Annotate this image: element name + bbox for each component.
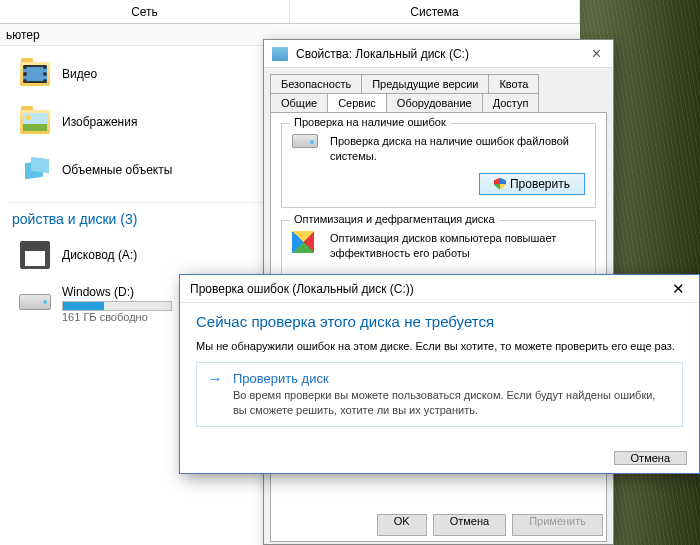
drive-label: Windows (D:) — [62, 285, 172, 299]
folder-label: Изображения — [62, 115, 137, 129]
drive-label: Дисковод (A:) — [62, 248, 137, 262]
close-icon[interactable]: × — [588, 45, 605, 63]
drive-icon — [272, 47, 288, 61]
error-check-dialog: Проверка ошибок (Локальный диск (C:)) ✕ … — [179, 274, 700, 474]
dialog-buttons: OK Отмена Применить — [377, 514, 603, 536]
arrow-icon: → — [207, 371, 223, 418]
3d-objects-icon — [21, 158, 49, 182]
optimize-group: Оптимизация и дефрагментация диска Оптим… — [281, 220, 596, 275]
folder-label: Видео — [62, 67, 97, 81]
close-icon[interactable]: ✕ — [668, 280, 689, 298]
group-title: Оптимизация и дефрагментация диска — [290, 213, 499, 225]
shield-icon — [494, 178, 506, 190]
check-title: Проверка ошибок (Локальный диск (C:)) — [190, 282, 414, 296]
tab-previous-versions[interactable]: Предыдущие версии — [361, 74, 489, 93]
check-titlebar[interactable]: Проверка ошибок (Локальный диск (C:)) ✕ — [180, 275, 699, 303]
drive-usage-bar — [62, 301, 172, 311]
group-text: Проверка диска на наличие ошибок файлово… — [330, 134, 585, 165]
tab-quota[interactable]: Квота — [488, 74, 539, 93]
scan-drive-option[interactable]: → Проверить диск Во время проверки вы мо… — [196, 362, 683, 427]
check-button[interactable]: Проверить — [479, 173, 585, 195]
ok-button[interactable]: OK — [377, 514, 427, 536]
cancel-button[interactable]: Отмена — [614, 451, 687, 465]
tab-general[interactable]: Общие — [270, 93, 328, 112]
drive-free-space: 161 ГБ свободно — [62, 311, 172, 323]
folder-label: Объемные объекты — [62, 163, 172, 177]
tab-row-2: Общие Сервис Оборудование Доступ — [264, 93, 613, 112]
hdd-icon — [292, 134, 318, 148]
tab-security[interactable]: Безопасность — [270, 74, 362, 93]
group-text: Оптимизация дисков компьютера повышает э… — [330, 231, 585, 262]
ribbon-tab-system[interactable]: Система — [290, 0, 580, 23]
tab-tools[interactable]: Сервис — [327, 93, 387, 112]
tab-sharing[interactable]: Доступ — [482, 93, 540, 112]
ribbon-tab-network[interactable]: Сеть — [0, 0, 290, 23]
floppy-icon — [20, 241, 50, 269]
pictures-folder-icon — [20, 110, 50, 134]
properties-titlebar[interactable]: Свойства: Локальный диск (C:) × — [264, 40, 613, 68]
group-title: Проверка на наличие ошибок — [290, 116, 450, 128]
cancel-button[interactable]: Отмена — [433, 514, 506, 536]
option-desc: Во время проверки вы можете пользоваться… — [233, 388, 672, 418]
error-checking-group: Проверка на наличие ошибок Проверка диск… — [281, 123, 596, 208]
tab-hardware[interactable]: Оборудование — [386, 93, 483, 112]
explorer-ribbon-tabs: Сеть Система — [0, 0, 580, 24]
apply-button[interactable]: Применить — [512, 514, 603, 536]
properties-title: Свойства: Локальный диск (C:) — [296, 47, 469, 61]
tab-row-1: Безопасность Предыдущие версии Квота — [264, 68, 613, 93]
check-message: Мы не обнаружили ошибок на этом диске. Е… — [196, 340, 683, 352]
hdd-icon — [19, 294, 51, 310]
defrag-icon — [292, 231, 314, 253]
check-heading: Сейчас проверка этого диска не требуется — [196, 313, 683, 330]
videos-folder-icon — [20, 62, 50, 86]
option-title: Проверить диск — [233, 371, 672, 386]
